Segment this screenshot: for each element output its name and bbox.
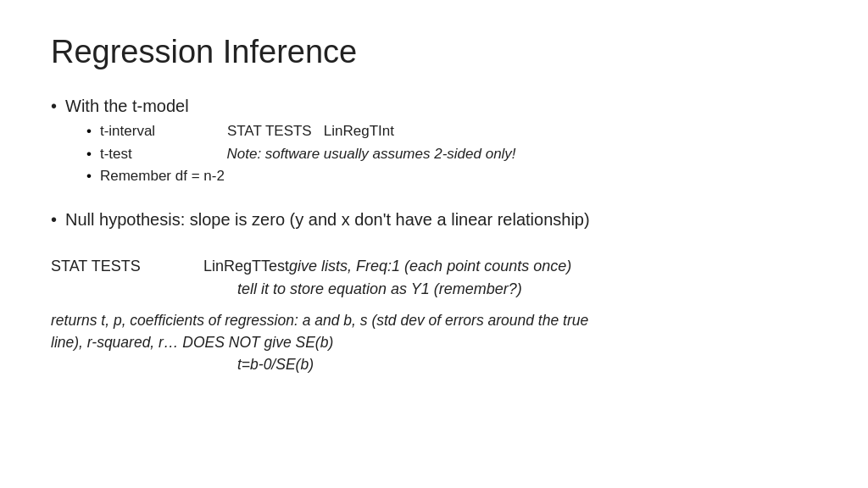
stat-tests-line2-text: tell it to store equation as Y1 (remembe… bbox=[237, 280, 522, 297]
bullet-t-model-main: • With the t-model bbox=[51, 94, 817, 118]
sub-bullet-dot-t-interval: • bbox=[86, 121, 92, 142]
bullet-dot-null: • bbox=[51, 208, 57, 231]
sub-bullet-remember-df: • Remember df = n-2 bbox=[86, 166, 817, 187]
stat-tests-line2: tell it to store equation as Y1 (remembe… bbox=[237, 278, 817, 301]
stat-tests-command: LinRegTTest bbox=[203, 255, 289, 278]
content-area: • With the t-model • t-interval STAT TES… bbox=[51, 94, 817, 376]
returns-line2: line), r-squared, r… DOES NOT give SE(b) bbox=[51, 331, 817, 353]
bullet-t-model-text: With the t-model bbox=[65, 94, 189, 118]
stat-tests-italic: give lists, Freq:1 (each point counts on… bbox=[289, 255, 571, 278]
sub-bullet-t-test: • t-test Note: software usually assumes … bbox=[86, 144, 817, 165]
stat-tests-inline-label: STAT TESTS LinRegTInt bbox=[227, 123, 394, 139]
sub-bullets-t-model: • t-interval STAT TESTS LinRegTInt • t-t… bbox=[86, 121, 817, 187]
sub-bullet-df-text: Remember df = n-2 bbox=[100, 166, 225, 187]
sub-bullet-t-interval-text: t-interval STAT TESTS LinRegTInt bbox=[100, 121, 394, 142]
null-hypothesis-text: Null hypothesis: slope is zero (y and x … bbox=[65, 208, 590, 231]
returns-block: returns t, p, coefficients of regression… bbox=[51, 309, 817, 376]
stat-tests-block: STAT TESTS LinRegTTest give lists, Freq:… bbox=[51, 255, 817, 301]
bullet-t-model: • With the t-model • t-interval STAT TES… bbox=[51, 94, 817, 191]
slide: Regression Inference • With the t-model … bbox=[0, 0, 868, 488]
page-title: Regression Inference bbox=[51, 34, 817, 70]
bullet-dot-1: • bbox=[51, 94, 57, 118]
stat-tests-line1: STAT TESTS LinRegTTest give lists, Freq:… bbox=[51, 255, 817, 278]
t-test-label: t-test bbox=[100, 146, 132, 162]
sub-bullet-dot-t-test: • bbox=[86, 144, 92, 165]
t-eq-line: t=b-0/SE(b) bbox=[237, 353, 817, 375]
t-test-note: Note: software usually assumes 2-sided o… bbox=[226, 146, 515, 162]
sub-bullet-dot-df: • bbox=[86, 166, 92, 187]
returns-line1: returns t, p, coefficients of regression… bbox=[51, 309, 817, 331]
sub-bullet-t-test-text: t-test Note: software usually assumes 2-… bbox=[100, 144, 516, 165]
bullet-null-hypothesis: • Null hypothesis: slope is zero (y and … bbox=[51, 208, 817, 231]
stat-tests-label: STAT TESTS bbox=[51, 255, 153, 278]
t-interval-label: t-interval bbox=[100, 123, 155, 139]
sub-bullet-t-interval: • t-interval STAT TESTS LinRegTInt bbox=[86, 121, 817, 142]
